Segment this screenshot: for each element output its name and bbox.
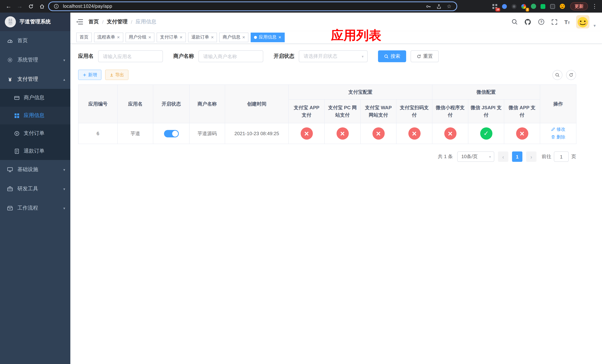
password-key-icon[interactable] bbox=[425, 3, 432, 10]
browser-extension-wechat-icon[interactable] bbox=[539, 3, 547, 10]
chevron-down-icon: ▾ bbox=[362, 54, 364, 58]
sidebar-item-merchant-info[interactable]: 商户信息 bbox=[0, 89, 70, 107]
browser-extensions-pin-icon[interactable] bbox=[549, 3, 556, 10]
tab-process-form[interactable]: 流程表单 × bbox=[94, 32, 123, 42]
trash-icon bbox=[551, 135, 555, 139]
prev-page-button[interactable]: ‹ bbox=[498, 151, 508, 162]
sidebar-item-dev-tools[interactable]: 研发工具 ▾ bbox=[0, 179, 70, 198]
browser-extension-emoji-icon[interactable] bbox=[559, 3, 566, 10]
reset-button[interactable]: 重置 bbox=[411, 50, 439, 62]
bookmark-star-icon[interactable]: ☆ bbox=[445, 3, 453, 10]
sidebar-item-payment[interactable]: ¥ 支付管理 ▴ bbox=[0, 70, 70, 89]
alipay-pc-status-icon bbox=[336, 127, 349, 139]
share-icon[interactable] bbox=[435, 3, 442, 10]
sidebar-logo[interactable]: 芋道管理系统 bbox=[0, 13, 70, 31]
show-search-button[interactable] bbox=[552, 70, 562, 80]
extension-badge-one: 1 bbox=[526, 8, 529, 11]
home-icon bbox=[39, 3, 45, 9]
chevron-down-icon: ▾ bbox=[63, 187, 65, 191]
browser-extension-grid-icon[interactable]: 10 bbox=[491, 3, 498, 10]
sidebar-item-label: 商户信息 bbox=[24, 95, 44, 101]
status-label: 开启状态 bbox=[274, 53, 294, 60]
tab-home[interactable]: 首页 bbox=[76, 32, 92, 42]
site-info-icon[interactable] bbox=[53, 3, 60, 10]
cell-status bbox=[153, 123, 189, 144]
reset-button-label: 重置 bbox=[423, 53, 433, 60]
browser-back-button[interactable]: ← bbox=[4, 1, 13, 11]
close-icon[interactable]: × bbox=[117, 35, 120, 40]
browser-menu-icon[interactable]: ⋮ bbox=[591, 3, 598, 10]
refresh-table-button[interactable] bbox=[566, 70, 576, 80]
app-name-label: 应用名 bbox=[78, 53, 94, 60]
search-button-label: 搜索 bbox=[391, 53, 400, 60]
tab-refund-orders[interactable]: 退款订单 × bbox=[188, 32, 217, 42]
fullscreen-icon[interactable] bbox=[551, 18, 558, 25]
sidebar-item-refund-orders[interactable]: 退款订单 bbox=[0, 142, 70, 160]
next-page-button[interactable]: › bbox=[526, 151, 537, 162]
navbar-actions: ? TT ▼ bbox=[511, 15, 596, 29]
tab-merchant-info[interactable]: 商户信息 × bbox=[219, 32, 248, 42]
avatar[interactable] bbox=[576, 15, 589, 29]
page-number-button[interactable]: 1 bbox=[512, 151, 522, 162]
table-tools bbox=[552, 70, 576, 80]
search-icon[interactable] bbox=[511, 18, 518, 25]
sidebar-item-workflow[interactable]: 工作流程 ▾ bbox=[0, 198, 70, 218]
add-button[interactable]: 新增 bbox=[78, 70, 101, 80]
tab-app-info[interactable]: 应用信息 × bbox=[251, 32, 285, 42]
sidebar-item-app-info[interactable]: 应用信息 bbox=[0, 107, 70, 124]
alipay-app-status-icon bbox=[301, 127, 313, 139]
reload-icon bbox=[28, 3, 33, 9]
page-size-select[interactable]: 10条/页 ▾ bbox=[457, 151, 494, 162]
breadcrumb-payment[interactable]: 支付管理 bbox=[107, 19, 128, 25]
sidebar-item-label: 工作流程 bbox=[17, 205, 38, 212]
tab-label: 应用信息 bbox=[259, 34, 277, 40]
close-icon[interactable]: × bbox=[180, 35, 182, 40]
sidebar-item-payment-orders[interactable]: 支付订单 bbox=[0, 124, 70, 142]
browser-extension-green-circle-icon[interactable] bbox=[530, 3, 537, 10]
help-icon[interactable]: ? bbox=[538, 18, 545, 25]
breadcrumb-home[interactable]: 首页 bbox=[88, 19, 99, 25]
sidebar-item-label: 支付订单 bbox=[24, 130, 44, 137]
browser-home-button[interactable] bbox=[37, 1, 47, 11]
browser-extension-drop-icon[interactable] bbox=[501, 3, 508, 10]
sidebar-item-system[interactable]: 系统管理 ▾ bbox=[0, 50, 70, 70]
browser-forward-button[interactable]: → bbox=[15, 1, 24, 11]
tab-user-group[interactable]: 用户分组 × bbox=[125, 32, 154, 42]
status-select-placeholder: 请选择开启状态 bbox=[304, 53, 337, 60]
active-dot-icon bbox=[254, 36, 257, 39]
edit-link[interactable]: 修改 bbox=[551, 126, 565, 133]
avatar-caret-icon[interactable]: ▼ bbox=[593, 24, 596, 29]
tab-payment-orders[interactable]: 支付订单 × bbox=[157, 32, 186, 42]
font-size-icon[interactable]: TT bbox=[564, 19, 570, 25]
sidebar-item-label: 首页 bbox=[17, 37, 28, 44]
search-button[interactable]: 搜索 bbox=[378, 50, 406, 62]
browser-extension-multicolor-icon[interactable]: 1 bbox=[520, 3, 527, 10]
status-select[interactable]: 请选择开启状态 ▾ bbox=[299, 50, 368, 62]
sidebar-item-infrastructure[interactable]: 基础设施 ▾ bbox=[0, 160, 70, 179]
table-row: 6 芋道 芋道源码 2021-10-23 08:49:25 bbox=[78, 123, 576, 144]
close-icon[interactable]: × bbox=[279, 35, 281, 40]
chrome-update-button[interactable]: 更新 bbox=[570, 2, 588, 10]
github-icon[interactable] bbox=[525, 18, 531, 25]
col-header-alipay-pc: 支付宝 PC 网站支付 bbox=[324, 99, 360, 123]
browser-reload-button[interactable] bbox=[26, 1, 35, 11]
close-icon[interactable]: × bbox=[148, 35, 151, 40]
breadcrumb-current: 应用信息 bbox=[136, 19, 156, 25]
merchant-name-label: 商户名称 bbox=[173, 53, 194, 60]
export-button[interactable]: 导出 bbox=[105, 70, 129, 80]
col-group-alipay: 支付宝配置 bbox=[289, 85, 432, 99]
app-name-input[interactable] bbox=[98, 50, 163, 62]
sidebar-fold-icon[interactable] bbox=[76, 18, 83, 26]
breadcrumb-separator: / bbox=[102, 19, 104, 25]
browser-extension-dark-icon[interactable] bbox=[511, 3, 517, 10]
close-icon[interactable]: × bbox=[211, 35, 214, 40]
status-toggle[interactable] bbox=[164, 130, 179, 137]
url-bar[interactable]: localhost:1024/pay/app ☆ bbox=[48, 1, 457, 11]
col-header-alipay-app: 支付宝 APP 支付 bbox=[289, 99, 324, 123]
sidebar-item-home[interactable]: 首页 bbox=[0, 31, 70, 50]
chevron-up-icon: ▴ bbox=[63, 77, 65, 81]
delete-link[interactable]: 删除 bbox=[551, 133, 565, 140]
close-icon[interactable]: × bbox=[242, 35, 245, 40]
goto-page-input[interactable] bbox=[554, 151, 569, 162]
merchant-name-input[interactable] bbox=[198, 50, 263, 62]
